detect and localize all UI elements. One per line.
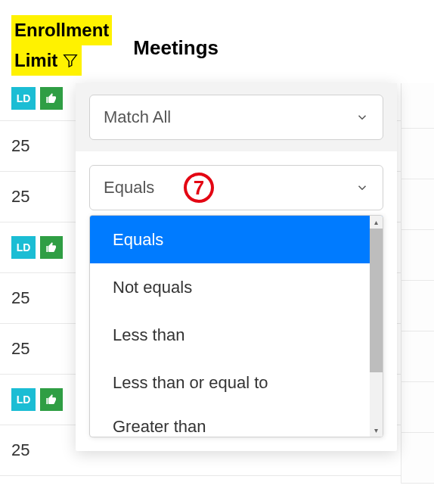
match-mode-select[interactable]: Match All [89, 95, 383, 140]
filter-panel-body: Equals 7 Equals Not equals Less than Les… [76, 151, 397, 451]
match-mode-value: Match All [104, 107, 171, 127]
thumbs-up-icon [45, 394, 57, 406]
right-cell [401, 179, 434, 230]
chevron-down-icon [355, 110, 369, 124]
right-cell [401, 281, 434, 331]
column-headers: Enrollment Limit Meetings [0, 0, 434, 76]
chevron-down-icon [355, 181, 369, 194]
cell-value: 25 [11, 440, 29, 460]
cell-value: 25 [11, 136, 29, 156]
right-cell [401, 83, 434, 129]
thumbs-up-badge [40, 236, 63, 259]
thumbs-up-badge [40, 388, 63, 411]
dropdown-option-less-than[interactable]: Less than [90, 311, 383, 359]
cell-value: 25 [11, 339, 29, 359]
thumbs-up-badge [40, 87, 63, 110]
right-cell [401, 433, 434, 484]
dropdown-option-equals[interactable]: Equals [90, 216, 383, 263]
enrollment-limit-header[interactable]: Enrollment Limit [11, 15, 112, 76]
right-column [401, 83, 434, 504]
ld-badge: LD [11, 236, 36, 259]
dropdown-option-not-equals[interactable]: Not equals [90, 263, 383, 311]
dropdown-option-greater-than[interactable]: Greater than [90, 406, 383, 437]
right-cell [401, 331, 434, 382]
operator-select-wrapper: Equals 7 [89, 165, 383, 210]
enrollment-text-line2: Limit [11, 45, 82, 76]
scrollbar-thumb[interactable] [370, 229, 383, 372]
meetings-header[interactable]: Meetings [133, 36, 219, 60]
thumbs-up-icon [45, 92, 57, 104]
scroll-up-arrow[interactable]: ▴ [370, 216, 383, 229]
ld-badge: LD [11, 87, 36, 110]
scrollbar-track[interactable]: ▴ ▾ [370, 216, 383, 437]
scroll-down-arrow[interactable]: ▾ [370, 424, 383, 437]
cell-value: 25 [11, 288, 29, 308]
enrollment-text-line1: Enrollment [11, 15, 112, 45]
right-cell [401, 230, 434, 281]
right-cell [401, 129, 434, 179]
thumbs-up-icon [45, 241, 57, 254]
dropdown-option-less-than-or-equal[interactable]: Less than or equal to [90, 359, 383, 406]
filter-icon[interactable] [62, 52, 79, 69]
ld-badge: LD [11, 388, 36, 411]
operator-dropdown: Equals Not equals Less than Less than or… [89, 215, 383, 437]
right-cell [401, 382, 434, 433]
filter-panel-header: Match All [76, 83, 397, 151]
filter-panel: Match All Equals 7 Equals Not equals Les… [76, 83, 397, 451]
cell-value: 25 [11, 187, 29, 207]
operator-selected-value: Equals [104, 178, 154, 198]
operator-select[interactable]: Equals [89, 165, 383, 210]
